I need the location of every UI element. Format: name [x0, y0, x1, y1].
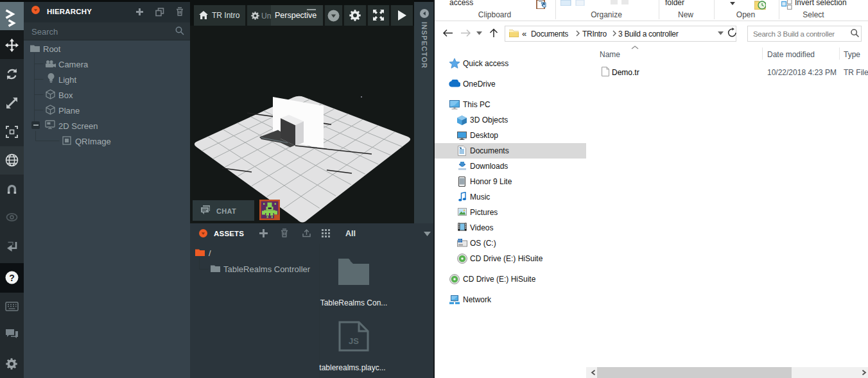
- svg-text:JS: JS: [349, 336, 359, 346]
- svg-text:?: ?: [9, 273, 15, 283]
